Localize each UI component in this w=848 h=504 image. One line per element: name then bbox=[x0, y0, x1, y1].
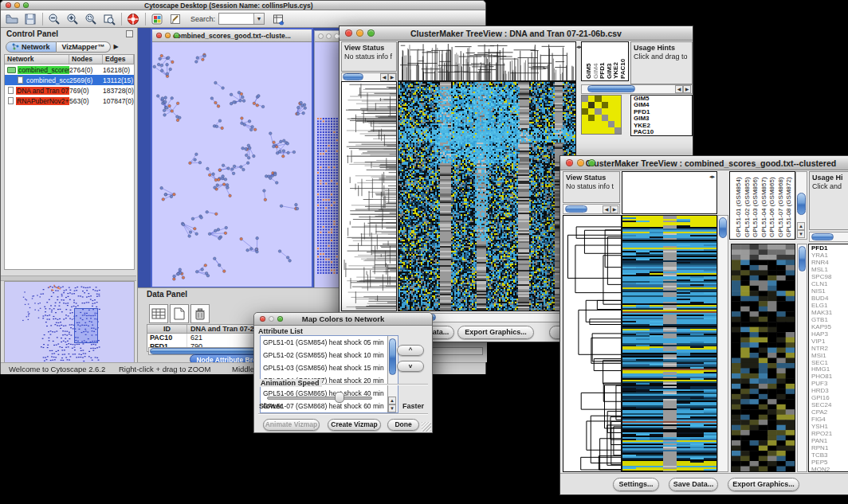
gene-label[interactable]: GPI16 bbox=[809, 394, 848, 401]
zoom-selected-icon[interactable] bbox=[84, 12, 98, 26]
save-data-button[interactable]: Save Data... bbox=[669, 478, 718, 491]
matrix-cell[interactable] bbox=[602, 127, 608, 134]
treeview2-hscrollbar-left[interactable]: ◀▶ bbox=[563, 204, 620, 214]
array-label[interactable]: GPL51-04 (GSM857) bbox=[760, 177, 768, 237]
zoom-in-icon[interactable] bbox=[65, 12, 80, 26]
matrix-cell[interactable] bbox=[602, 102, 608, 108]
treeview1-hscrollbar-right[interactable]: ◀▶ bbox=[581, 84, 693, 94]
scroll-down-icon[interactable]: ▼ bbox=[388, 404, 396, 412]
new-attribute-icon[interactable] bbox=[170, 304, 189, 323]
matrix-cell[interactable] bbox=[614, 115, 621, 121]
close-button[interactable] bbox=[345, 29, 352, 37]
matrix-cell[interactable] bbox=[614, 108, 621, 115]
matrix-cell[interactable] bbox=[595, 121, 601, 127]
matrix-cell[interactable] bbox=[582, 108, 588, 115]
matrix-cell[interactable] bbox=[614, 96, 621, 102]
open-file-icon[interactable] bbox=[5, 12, 19, 26]
array-label[interactable]: GPL51-06 (GSM865) bbox=[768, 177, 775, 237]
network-list-row[interactable]: combined_sco2569(6)13112(15) bbox=[5, 75, 134, 85]
matrix-cell[interactable] bbox=[614, 102, 621, 108]
network-frame-titlebar[interactable]: combined_scores_good.txt--cluste... bbox=[152, 29, 312, 42]
import-table-icon[interactable] bbox=[271, 12, 285, 26]
gene-label[interactable]: SEC1 bbox=[809, 359, 848, 366]
genelist-vscrollbar[interactable] bbox=[797, 244, 807, 472]
gene-label[interactable]: GIM4 bbox=[631, 102, 692, 108]
matrix-cell[interactable] bbox=[595, 108, 601, 115]
gene-label[interactable]: VIP1 bbox=[809, 338, 848, 345]
matrix-cell[interactable] bbox=[608, 127, 614, 134]
scroll-right-icon[interactable]: ▶ bbox=[388, 73, 396, 81]
matrix-cell[interactable] bbox=[582, 115, 588, 121]
zoom-out-icon[interactable] bbox=[47, 12, 61, 26]
gene-label[interactable]: RPO21 bbox=[809, 430, 848, 437]
matrix-cell[interactable] bbox=[614, 121, 621, 127]
export-graphics-button[interactable]: Export Graphics... bbox=[728, 478, 799, 491]
network-canvas[interactable] bbox=[152, 42, 312, 287]
matrix-cell[interactable] bbox=[608, 121, 614, 127]
animate-vizmap-button[interactable]: Animate Vizmap bbox=[263, 419, 320, 431]
close-button[interactable] bbox=[156, 33, 162, 38]
attribute-item[interactable]: GPL51-02 (GSM855) heat shock 10 min bbox=[261, 349, 398, 361]
gene-label[interactable]: MSL1 bbox=[809, 266, 848, 273]
gene-label[interactable]: SPC98 bbox=[809, 273, 848, 280]
gene-label[interactable]: GIM3 bbox=[631, 115, 692, 122]
gene-label[interactable]: CPA2 bbox=[809, 408, 848, 416]
overview-viewport-rect[interactable] bbox=[74, 308, 98, 343]
matrix-cell[interactable] bbox=[608, 96, 614, 102]
attribute-item[interactable]: GPL51-03 (GSM856) heat shock 15 min bbox=[261, 361, 398, 374]
select-attributes-icon[interactable] bbox=[149, 304, 168, 323]
usage-hscrollbar[interactable] bbox=[809, 232, 848, 242]
matrix-cell[interactable] bbox=[608, 108, 614, 115]
minimize-button[interactable] bbox=[356, 29, 363, 37]
labels-vscrollbar[interactable]: ▲▼ bbox=[795, 171, 807, 240]
dialog-titlebar[interactable]: Map Colors to Network bbox=[254, 313, 432, 326]
matrix-cell[interactable] bbox=[614, 127, 621, 134]
gene-label[interactable]: PAN1 bbox=[809, 437, 848, 444]
matrix-cell[interactable] bbox=[602, 96, 608, 102]
scroll-up-icon[interactable]: ▲ bbox=[388, 397, 396, 404]
tab-vizmapper[interactable]: VizMapper™ bbox=[57, 41, 112, 53]
scrollbar-thumb[interactable] bbox=[389, 338, 396, 375]
scroll-left-icon[interactable]: ◀ bbox=[380, 73, 388, 81]
scroll-down-icon[interactable]: ▼ bbox=[797, 230, 805, 238]
animation-speed-slider[interactable] bbox=[267, 397, 372, 400]
gene-label[interactable]: HMG1 bbox=[809, 365, 848, 373]
minimize-button[interactable] bbox=[326, 33, 332, 39]
matrix-cell[interactable] bbox=[588, 96, 595, 102]
array-label[interactable]: YKE2 bbox=[612, 62, 619, 79]
gene-label[interactable]: MAK31 bbox=[809, 309, 848, 316]
minimize-button[interactable] bbox=[577, 159, 584, 166]
gene-label[interactable]: PUF3 bbox=[809, 380, 848, 387]
gene-label[interactable]: HAP3 bbox=[809, 330, 848, 338]
zoom-button[interactable] bbox=[588, 159, 595, 166]
scrollbar-thumb[interactable] bbox=[811, 233, 834, 240]
gene-dendrogram[interactable] bbox=[341, 81, 397, 311]
gene-label[interactable]: YSH1 bbox=[809, 423, 848, 430]
array-label[interactable]: GPL51-03 (GSM856) bbox=[752, 177, 759, 237]
selected-genes-heatmap[interactable] bbox=[731, 244, 795, 472]
save-icon[interactable] bbox=[23, 12, 37, 26]
matrix-cell[interactable] bbox=[588, 108, 595, 115]
scrollbar-thumb[interactable] bbox=[343, 73, 363, 80]
done-button[interactable]: Done bbox=[387, 419, 419, 431]
minimize-button[interactable] bbox=[165, 33, 171, 38]
help-lifesaver-icon[interactable] bbox=[126, 12, 140, 26]
scroll-left-icon[interactable]: ◀ bbox=[675, 85, 683, 93]
close-button[interactable] bbox=[566, 159, 573, 166]
matrix-cell[interactable] bbox=[582, 121, 588, 127]
heatmap-vscrollbar[interactable] bbox=[717, 215, 728, 472]
gene-label[interactable]: RNR4 bbox=[809, 259, 848, 266]
gene-label[interactable]: MSI1 bbox=[809, 352, 848, 359]
matrix-cell[interactable] bbox=[582, 102, 588, 108]
array-label[interactable]: PAC10 bbox=[619, 59, 626, 79]
attribute-item[interactable]: GPL51-01 (GSM854) heat shock 05 min bbox=[261, 336, 398, 349]
gene-label[interactable]: YKE2 bbox=[631, 123, 692, 129]
matrix-cell[interactable] bbox=[582, 127, 588, 134]
matrix-cell[interactable] bbox=[588, 102, 595, 108]
matrix-cell[interactable] bbox=[588, 127, 595, 134]
zoom-button[interactable] bbox=[334, 33, 340, 39]
matrix-cell[interactable] bbox=[595, 115, 601, 121]
gene-label[interactable]: SEC24 bbox=[809, 401, 848, 408]
create-vizmap-button[interactable]: Create Vizmap bbox=[328, 419, 381, 431]
gene-label[interactable]: PFD1 bbox=[809, 244, 848, 252]
